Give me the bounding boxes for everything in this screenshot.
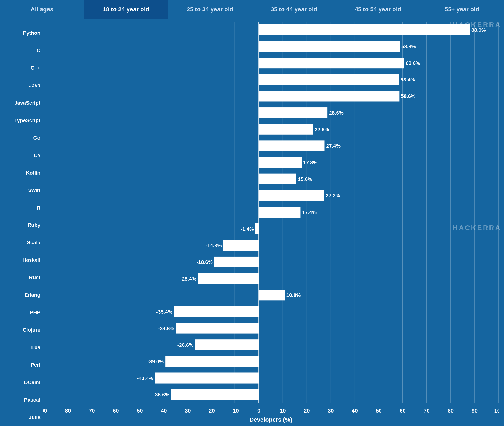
y-label-python: Python xyxy=(5,30,43,36)
svg-text:-39.0%: -39.0% xyxy=(148,359,164,364)
tab-18-24[interactable]: 18 to 24 year old xyxy=(84,0,168,19)
svg-text:0: 0 xyxy=(257,408,260,414)
tab-all-ages[interactable]: All ages xyxy=(0,0,84,19)
main-container: All ages 18 to 24 year old 25 to 34 year… xyxy=(0,0,504,426)
y-label-rust: Rust xyxy=(5,275,43,280)
svg-text:10.8%: 10.8% xyxy=(286,292,301,298)
svg-text:27.4%: 27.4% xyxy=(326,143,341,149)
svg-rect-30 xyxy=(259,107,327,118)
svg-rect-58 xyxy=(195,339,259,350)
svg-text:-36.6%: -36.6% xyxy=(153,392,170,397)
svg-rect-42 xyxy=(259,207,300,218)
svg-text:58.8%: 58.8% xyxy=(401,44,416,49)
x-axis-title: Developers (%) xyxy=(43,416,499,426)
watermark-mid: HACKERRA xyxy=(453,224,501,232)
svg-text:-43.4%: -43.4% xyxy=(137,375,153,381)
svg-text:-20: -20 xyxy=(207,408,215,414)
svg-text:28.6%: 28.6% xyxy=(329,110,344,116)
x-axis-labels: -90-80-70-60-50-40-30-20-100102030405060… xyxy=(43,403,499,416)
y-label-swift: Swift xyxy=(5,188,43,193)
y-label-julia: Julia xyxy=(5,415,43,420)
svg-rect-56 xyxy=(176,323,259,334)
svg-rect-46 xyxy=(223,240,259,251)
chart-plot: 88.0%58.8%60.6%58.4%58.6%28.6%22.6%27.4%… xyxy=(43,22,499,403)
svg-text:70: 70 xyxy=(424,408,430,414)
svg-rect-34 xyxy=(259,140,324,151)
y-label-ruby: Ruby xyxy=(5,222,43,228)
svg-rect-50 xyxy=(198,273,259,284)
svg-text:-30: -30 xyxy=(183,408,191,414)
svg-text:-50: -50 xyxy=(135,408,143,414)
svg-text:27.2%: 27.2% xyxy=(326,193,340,198)
svg-text:58.6%: 58.6% xyxy=(401,93,415,99)
y-label-javascript: JavaScript xyxy=(5,100,43,105)
svg-rect-54 xyxy=(174,306,259,317)
watermark-top: HACKERRA xyxy=(453,21,501,29)
svg-rect-62 xyxy=(155,372,259,383)
svg-text:-70: -70 xyxy=(87,408,95,414)
tab-55plus[interactable]: 55+ year old xyxy=(420,0,504,19)
svg-rect-48 xyxy=(214,257,259,267)
svg-text:90: 90 xyxy=(472,408,478,414)
svg-rect-52 xyxy=(259,290,285,300)
svg-rect-28 xyxy=(259,91,399,101)
svg-rect-20 xyxy=(259,24,470,35)
svg-rect-38 xyxy=(259,174,296,184)
svg-rect-26 xyxy=(259,74,399,85)
svg-text:10: 10 xyxy=(280,408,286,414)
y-label-haskell: Haskell xyxy=(5,257,43,262)
y-label-kotlin: Kotlin xyxy=(5,170,43,175)
svg-text:30: 30 xyxy=(328,408,334,414)
svg-text:20: 20 xyxy=(304,408,310,414)
y-label-java: Java xyxy=(5,83,43,88)
svg-text:100: 100 xyxy=(494,408,499,414)
tab-bar: All ages 18 to 24 year old 25 to 34 year… xyxy=(0,0,504,19)
y-axis: PythonCC++JavaJavaScriptTypeScriptGoC#Ko… xyxy=(5,22,43,426)
tab-35-44[interactable]: 35 to 44 year old xyxy=(252,0,336,19)
tab-25-34[interactable]: 25 to 34 year old xyxy=(168,0,252,19)
svg-text:60: 60 xyxy=(400,408,406,414)
svg-text:-35.4%: -35.4% xyxy=(156,309,172,315)
y-label-go: Go xyxy=(5,135,43,140)
svg-text:-34.6%: -34.6% xyxy=(158,326,174,331)
svg-text:22.6%: 22.6% xyxy=(315,127,329,132)
svg-rect-40 xyxy=(259,190,324,201)
y-label-clojure: Clojure xyxy=(5,327,43,332)
svg-rect-64 xyxy=(171,389,259,400)
svg-rect-24 xyxy=(259,58,404,68)
svg-text:58.4%: 58.4% xyxy=(401,77,415,83)
svg-text:-18.6%: -18.6% xyxy=(197,259,213,265)
y-label-typescript: TypeScript xyxy=(5,118,43,123)
y-label-ocaml: OCaml xyxy=(5,380,43,385)
tab-45-54[interactable]: 45 to 54 year old xyxy=(336,0,420,19)
y-label-lua: Lua xyxy=(5,345,43,350)
svg-text:-10: -10 xyxy=(231,408,239,414)
svg-text:17.8%: 17.8% xyxy=(303,160,318,165)
svg-text:-1.4%: -1.4% xyxy=(241,226,254,232)
svg-rect-22 xyxy=(259,41,400,52)
y-label-pascal: Pascal xyxy=(5,397,43,402)
svg-text:-26.6%: -26.6% xyxy=(177,342,194,348)
svg-text:60.6%: 60.6% xyxy=(406,60,420,66)
svg-text:40: 40 xyxy=(352,408,358,414)
svg-text:80: 80 xyxy=(448,408,454,414)
y-label-c#: C# xyxy=(5,153,43,158)
svg-rect-32 xyxy=(259,124,313,135)
svg-text:17.4%: 17.4% xyxy=(302,210,317,215)
y-label-erlang: Erlang xyxy=(5,292,43,297)
svg-text:15.6%: 15.6% xyxy=(298,176,312,182)
svg-text:-80: -80 xyxy=(63,408,71,414)
y-label-r: R xyxy=(5,205,43,210)
y-label-c: C xyxy=(5,48,43,53)
y-label-scala: Scala xyxy=(5,240,43,245)
svg-rect-36 xyxy=(259,157,302,168)
svg-rect-60 xyxy=(165,356,259,367)
svg-text:-40: -40 xyxy=(159,408,167,414)
svg-text:50: 50 xyxy=(376,408,382,414)
svg-text:-60: -60 xyxy=(111,408,119,414)
y-label-c++: C++ xyxy=(5,65,43,70)
svg-text:-14.8%: -14.8% xyxy=(206,243,222,248)
y-label-php: PHP xyxy=(5,310,43,315)
x-axis-title-text: Developers (%) xyxy=(250,416,292,423)
svg-text:-25.4%: -25.4% xyxy=(180,276,196,282)
